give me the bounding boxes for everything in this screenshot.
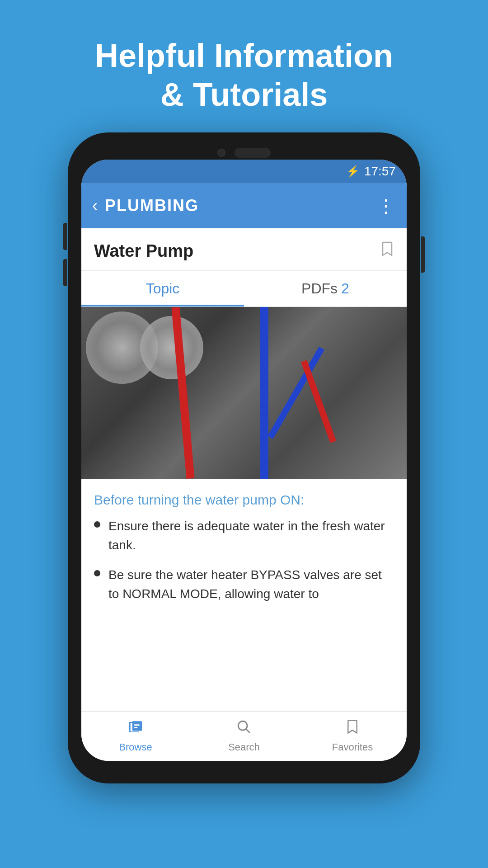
app-bar: ‹ PLUMBING ⋮ — [81, 183, 407, 228]
power-button — [421, 236, 425, 273]
content-area: Water Pump Topic PDFs 2 — [81, 228, 407, 711]
screen: ⚡ 17:57 ‹ PLUMBING ⋮ Water Pump — [81, 160, 407, 761]
bullet-text: Ensure there is adequate water in the fr… — [108, 517, 394, 555]
earpiece-speaker — [235, 148, 271, 158]
duct-2 — [140, 316, 203, 379]
phone-frame: ⚡ 17:57 ‹ PLUMBING ⋮ Water Pump — [68, 132, 420, 783]
tabs-container: Topic PDFs 2 — [81, 271, 407, 307]
article-body: Before turning the water pump ON: Ensure… — [81, 479, 407, 711]
nav-item-search[interactable]: Search — [190, 715, 298, 758]
tab-pdfs[interactable]: PDFs 2 — [244, 271, 407, 307]
svg-line-1 — [246, 729, 250, 733]
back-button[interactable]: ‹ — [92, 196, 98, 215]
volume-button — [63, 223, 67, 250]
favorites-icon — [346, 719, 359, 739]
tab-topic[interactable]: Topic — [81, 271, 244, 307]
list-item: Ensure there is adequate water in the fr… — [94, 517, 394, 555]
search-icon — [236, 719, 252, 739]
plumbing-image — [81, 307, 407, 479]
bullet-dot — [94, 570, 100, 576]
bullet-dot — [94, 521, 100, 528]
app-bar-left: ‹ PLUMBING — [92, 196, 199, 215]
pdf-count-badge: 2 — [341, 280, 349, 297]
article-title: Water Pump — [94, 241, 193, 261]
section-heading: Before turning the water pump ON: — [94, 492, 394, 508]
page-title: Helpful Information & Tutorials — [27, 36, 461, 114]
favorites-label: Favorites — [332, 741, 373, 753]
pipe-red-2 — [301, 360, 336, 443]
nav-item-favorites[interactable]: Favorites — [298, 715, 407, 758]
bullet-text: Be sure the water heater BYPASS valves a… — [108, 566, 394, 604]
browse-icon — [128, 719, 143, 739]
browse-label: Browse — [119, 741, 152, 753]
bottom-nav: Browse Search Favorites — [81, 711, 407, 761]
page-header: Helpful Information & Tutorials — [0, 0, 488, 132]
search-label: Search — [228, 741, 260, 753]
app-bar-title: PLUMBING — [105, 196, 199, 215]
nav-item-browse[interactable]: Browse — [81, 715, 190, 758]
list-item: Be sure the water heater BYPASS valves a… — [94, 566, 394, 604]
svg-point-0 — [238, 721, 247, 730]
topic-image — [81, 307, 407, 479]
more-options-button[interactable]: ⋮ — [377, 195, 396, 216]
article-header: Water Pump — [81, 228, 407, 271]
bookmark-button[interactable] — [380, 241, 394, 261]
volume-button-2 — [63, 259, 67, 286]
phone-top-area — [68, 132, 420, 173]
pipe-blue — [260, 307, 268, 479]
front-camera — [217, 149, 225, 157]
bullet-list: Ensure there is adequate water in the fr… — [94, 517, 394, 604]
